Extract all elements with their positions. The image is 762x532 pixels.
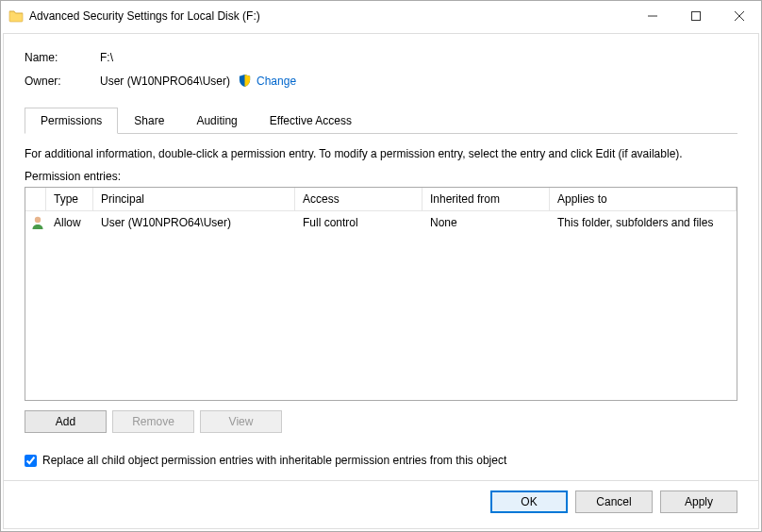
cancel-button[interactable]: Cancel — [575, 490, 653, 513]
add-button[interactable]: Add — [25, 410, 107, 433]
row-principal: User (W10NPRO64\User) — [93, 211, 295, 234]
col-type-header[interactable]: Type — [46, 188, 93, 211]
ok-button[interactable]: OK — [490, 490, 568, 513]
owner-value: User (W10NPRO64\User) — [100, 75, 230, 88]
tab-permissions[interactable]: Permissions — [25, 108, 118, 134]
row-inherited: None — [422, 211, 550, 234]
col-inherited-header[interactable]: Inherited from — [422, 188, 550, 211]
svg-rect-1 — [692, 12, 701, 21]
row-user-icon — [25, 211, 46, 234]
info-text: For additional information, double-click… — [25, 147, 737, 160]
list-body: Allow User (W10NPRO64\User) Full control… — [25, 211, 737, 400]
maximize-button[interactable] — [674, 1, 718, 31]
name-value: F:\ — [100, 51, 113, 64]
folder-icon — [8, 8, 24, 24]
change-owner-link[interactable]: Change — [257, 75, 296, 88]
tab-effective-access[interactable]: Effective Access — [254, 108, 368, 134]
permission-entries-list[interactable]: Type Principal Access Inherited from App… — [25, 187, 737, 401]
permission-row[interactable]: Allow User (W10NPRO64\User) Full control… — [25, 211, 737, 234]
replace-children-label: Replace all child object permission entr… — [42, 454, 506, 467]
content-area: Name: F:\ Owner: User (W10NPRO64\User) C… — [3, 33, 759, 529]
remove-button: Remove — [112, 410, 194, 433]
minimize-button[interactable] — [631, 1, 674, 31]
tab-share[interactable]: Share — [118, 108, 180, 134]
titlebar: Advanced Security Settings for Local Dis… — [1, 1, 761, 31]
close-button[interactable] — [718, 1, 761, 31]
entries-label: Permission entries: — [25, 170, 737, 183]
replace-children-checkbox-row[interactable]: Replace all child object permission entr… — [25, 454, 737, 467]
row-applies: This folder, subfolders and files — [550, 211, 737, 234]
footer-separator — [4, 480, 758, 481]
col-principal-header[interactable]: Principal — [93, 188, 295, 211]
col-access-header[interactable]: Access — [295, 188, 422, 211]
owner-label: Owner: — [25, 75, 100, 88]
name-label: Name: — [25, 51, 100, 64]
row-type: Allow — [46, 211, 93, 234]
view-button: View — [200, 410, 282, 433]
window-title: Advanced Security Settings for Local Dis… — [29, 9, 260, 23]
window-controls — [631, 1, 761, 31]
tab-auditing[interactable]: Auditing — [180, 108, 253, 134]
shield-icon — [238, 74, 252, 88]
col-applies-header[interactable]: Applies to — [550, 188, 737, 211]
svg-point-4 — [35, 217, 41, 223]
row-access: Full control — [295, 211, 422, 234]
owner-row: Owner: User (W10NPRO64\User) Change — [25, 74, 737, 88]
entry-buttons: Add Remove View — [25, 410, 737, 433]
col-icon-header[interactable] — [25, 188, 46, 211]
name-row: Name: F:\ — [25, 51, 737, 64]
list-header: Type Principal Access Inherited from App… — [25, 188, 737, 211]
tab-strip: Permissions Share Auditing Effective Acc… — [25, 107, 737, 134]
replace-children-checkbox[interactable] — [25, 455, 37, 467]
security-settings-window: Advanced Security Settings for Local Dis… — [0, 0, 762, 532]
dialog-buttons: OK Cancel Apply — [25, 490, 737, 513]
apply-button[interactable]: Apply — [660, 490, 737, 513]
